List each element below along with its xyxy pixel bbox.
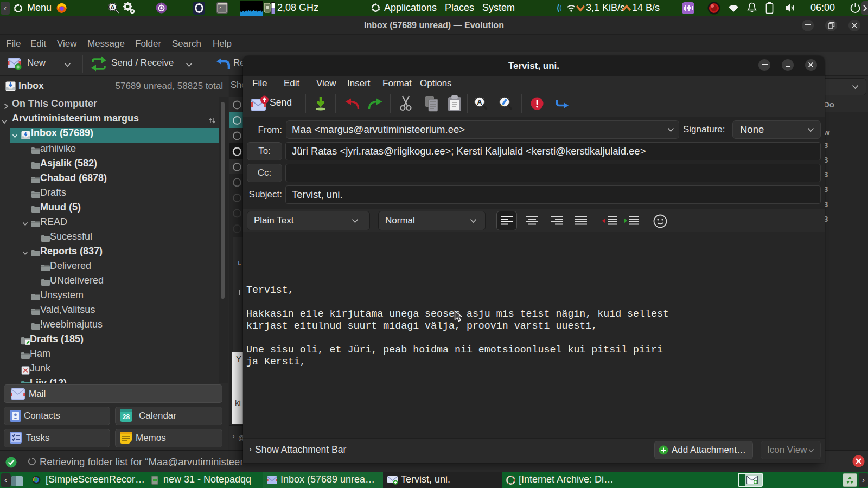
svg-text:>_: >_ <box>219 5 224 10</box>
svg-text:28: 28 <box>123 413 130 421</box>
svg-text:A: A <box>477 98 482 106</box>
svg-text:A: A <box>111 4 115 10</box>
